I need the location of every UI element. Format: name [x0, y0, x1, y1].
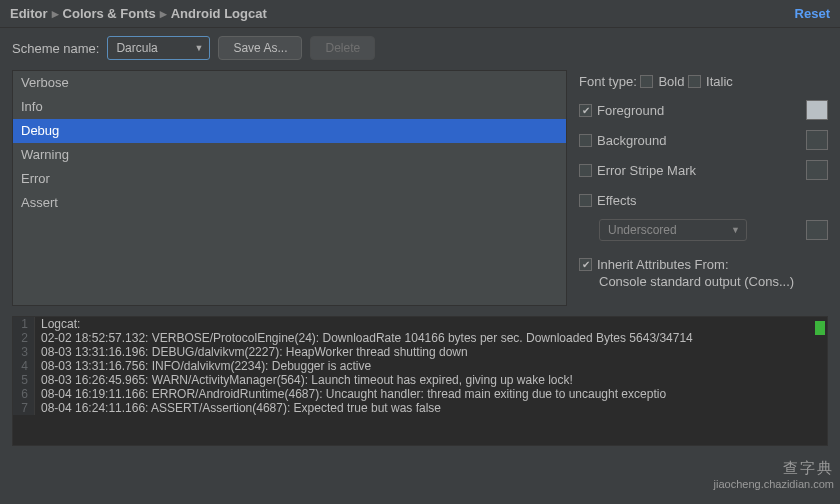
preview-line: 308-03 13:31:16.196: DEBUG/dalvikvm(2227…: [13, 345, 827, 359]
preview-line: 508-03 16:26:45.965: WARN/ActivityManage…: [13, 373, 827, 387]
bold-checkbox[interactable]: [640, 75, 653, 88]
line-number: 2: [13, 331, 35, 345]
line-text: 08-04 16:19:11.166: ERROR/AndroidRuntime…: [35, 387, 666, 401]
watermark-title: 查字典: [714, 459, 834, 478]
foreground-label: Foreground: [597, 103, 664, 118]
log-level-item[interactable]: Info: [13, 95, 566, 119]
effects-value: Underscored: [608, 223, 677, 237]
header: Editor ▸ Colors & Fonts ▸ Android Logcat…: [0, 0, 840, 28]
inherit-block: Inherit Attributes From: Console standar…: [579, 257, 828, 289]
logcat-preview: 1Logcat:202-02 18:52:57.132: VERBOSE/Pro…: [12, 316, 828, 446]
log-level-item[interactable]: Warning: [13, 143, 566, 167]
error-stripe-row: Error Stripe Mark: [579, 159, 828, 181]
effects-row: Effects: [579, 189, 828, 211]
chevron-down-icon: ▼: [731, 225, 740, 235]
log-level-item[interactable]: Debug: [13, 119, 566, 143]
preview-line: 1Logcat:: [13, 317, 827, 331]
line-number: 3: [13, 345, 35, 359]
inherit-label: Inherit Attributes From:: [597, 257, 729, 272]
inherit-source[interactable]: Console standard output (Cons...): [599, 274, 828, 289]
attribute-panel: Font type: Bold Italic Foreground Backgr…: [571, 70, 828, 306]
save-as-button[interactable]: Save As...: [218, 36, 302, 60]
preview-line: 408-03 13:31:16.756: INFO/dalvikvm(2234)…: [13, 359, 827, 373]
line-number: 1: [13, 317, 35, 331]
scheme-dropdown[interactable]: Darcula ▼: [107, 36, 210, 60]
effects-swatch[interactable]: [806, 220, 828, 240]
error-stripe-label: Error Stripe Mark: [597, 163, 696, 178]
breadcrumb-item[interactable]: Android Logcat: [171, 6, 267, 21]
log-level-item[interactable]: Verbose: [13, 71, 566, 95]
background-label: Background: [597, 133, 666, 148]
breadcrumb: Editor ▸ Colors & Fonts ▸ Android Logcat: [10, 6, 267, 21]
scheme-label: Scheme name:: [12, 41, 99, 56]
background-checkbox[interactable]: [579, 134, 592, 147]
effects-checkbox[interactable]: [579, 194, 592, 207]
line-text: 08-04 16:24:11.166: ASSERT/Assertion(468…: [35, 401, 441, 415]
font-type-row: Font type: Bold Italic: [579, 74, 828, 89]
error-stripe-swatch[interactable]: [806, 160, 828, 180]
chevron-right-icon: ▸: [52, 6, 59, 21]
effects-type-row: Underscored ▼: [579, 219, 828, 241]
foreground-row: Foreground: [579, 99, 828, 121]
watermark-url: jiaocheng.chazidian.com: [714, 478, 834, 490]
foreground-checkbox[interactable]: [579, 104, 592, 117]
log-level-item[interactable]: Error: [13, 167, 566, 191]
line-number: 4: [13, 359, 35, 373]
effects-label: Effects: [597, 193, 637, 208]
log-level-list[interactable]: VerboseInfoDebugWarningErrorAssert: [12, 70, 567, 306]
preview-line: 202-02 18:52:57.132: VERBOSE/ProtocolEng…: [13, 331, 827, 345]
scheme-row: Scheme name: Darcula ▼ Save As... Delete: [0, 28, 840, 70]
preview-line: 608-04 16:19:11.166: ERROR/AndroidRuntim…: [13, 387, 827, 401]
line-text: 08-03 13:31:16.756: INFO/dalvikvm(2234):…: [35, 359, 371, 373]
italic-label: Italic: [706, 74, 733, 89]
chevron-down-icon: ▼: [195, 43, 204, 53]
bold-label: Bold: [658, 74, 684, 89]
error-stripe-marker: [815, 321, 825, 335]
line-number: 5: [13, 373, 35, 387]
line-text: Logcat:: [35, 317, 80, 331]
log-level-item[interactable]: Assert: [13, 191, 566, 215]
preview-line: 708-04 16:24:11.166: ASSERT/Assertion(46…: [13, 401, 827, 415]
effects-dropdown[interactable]: Underscored ▼: [599, 219, 747, 241]
reset-link[interactable]: Reset: [795, 6, 830, 21]
main: VerboseInfoDebugWarningErrorAssert Font …: [0, 70, 840, 306]
breadcrumb-item[interactable]: Editor: [10, 6, 48, 21]
line-number: 7: [13, 401, 35, 415]
inherit-checkbox[interactable]: [579, 258, 592, 271]
error-stripe-checkbox[interactable]: [579, 164, 592, 177]
watermark: 查字典 jiaocheng.chazidian.com: [714, 459, 834, 490]
line-text: 02-02 18:52:57.132: VERBOSE/ProtocolEngi…: [35, 331, 693, 345]
italic-checkbox[interactable]: [688, 75, 701, 88]
line-number: 6: [13, 387, 35, 401]
font-type-label: Font type:: [579, 74, 637, 89]
delete-button: Delete: [310, 36, 375, 60]
background-row: Background: [579, 129, 828, 151]
line-text: 08-03 16:26:45.965: WARN/ActivityManager…: [35, 373, 573, 387]
foreground-swatch[interactable]: [806, 100, 828, 120]
background-swatch[interactable]: [806, 130, 828, 150]
scheme-value: Darcula: [116, 41, 157, 55]
line-text: 08-03 13:31:16.196: DEBUG/dalvikvm(2227)…: [35, 345, 468, 359]
breadcrumb-item[interactable]: Colors & Fonts: [63, 6, 156, 21]
chevron-right-icon: ▸: [160, 6, 167, 21]
